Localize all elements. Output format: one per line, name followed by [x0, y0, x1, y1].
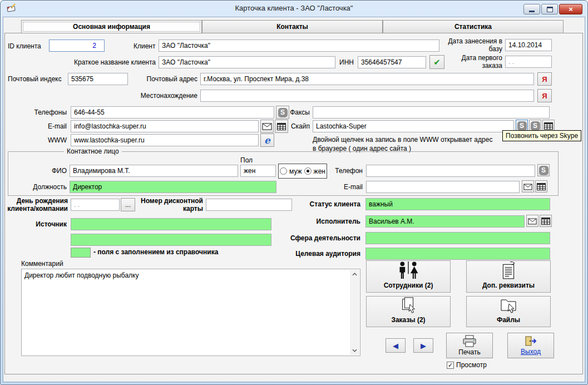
birthday-browse-button[interactable]: ...	[121, 198, 135, 211]
window-title: Карточка клиента - ЗАО "Ласточка"	[0, 4, 588, 12]
www-field[interactable]	[71, 134, 259, 146]
comment-textarea[interactable]: Директор любит подводную рыбалку	[21, 269, 360, 356]
folder-icon	[498, 297, 518, 314]
www-label: WWW	[22, 136, 67, 144]
contact-skype-call-button[interactable]: S	[537, 164, 550, 176]
orders-button-label: Заказы (2)	[391, 316, 425, 324]
location-field[interactable]	[200, 90, 534, 102]
www-hint-line1: Двойной щелчек на запись в поле WWW откр…	[313, 135, 492, 144]
tab-main-info[interactable]: Основная информация	[21, 20, 202, 33]
birthday-field[interactable]	[71, 199, 120, 211]
birthday-label: День рождения клиента/компании	[4, 197, 68, 213]
fax-field[interactable]	[313, 106, 550, 119]
preview-checkbox[interactable]: ✓	[447, 362, 454, 369]
gender-label: Пол	[240, 156, 253, 164]
short-name-label: Краткое название клиента	[50, 58, 156, 66]
files-button-label: Файлы	[497, 316, 520, 324]
exit-door-icon	[524, 335, 537, 347]
comment-text: Директор любит подводную рыбалку	[24, 272, 348, 279]
sphere-field[interactable]	[365, 232, 550, 244]
gender-male-label: муж	[289, 167, 302, 175]
zip-field[interactable]	[68, 73, 128, 85]
next-record-button[interactable]: ▶	[413, 338, 433, 353]
tab-contacts[interactable]: Контакты	[202, 20, 383, 33]
close-button[interactable]: ×	[559, 4, 582, 14]
send-email-button[interactable]	[260, 120, 274, 133]
first-order-field[interactable]	[505, 56, 552, 68]
employees-icon	[396, 261, 421, 280]
contact-phone-label: Телефон	[328, 167, 363, 175]
contact-phone-field[interactable]	[366, 165, 535, 177]
preview-label: Просмотр	[456, 361, 487, 369]
internet-explorer-icon: e	[264, 136, 270, 145]
minimize-button[interactable]	[523, 4, 540, 14]
employees-button[interactable]: Сотрудники (2)	[366, 260, 451, 293]
extra-details-button-label: Доп. реквизиты	[482, 282, 535, 289]
yandex-icon: Я	[542, 92, 547, 100]
audience-label: Целевая аудитория	[277, 250, 360, 258]
minimize-icon	[529, 11, 535, 12]
titlebar[interactable]: Карточка клиента - ЗАО "Ласточка" ×	[0, 0, 588, 17]
phones-field[interactable]	[71, 106, 274, 119]
yandex-map-address-button[interactable]: Я	[537, 72, 552, 86]
gender-radio-group: муж жен	[278, 164, 327, 179]
email-field[interactable]	[71, 120, 259, 132]
fio-field[interactable]	[70, 165, 238, 177]
executor-label: Исполнитель	[294, 218, 360, 225]
table-icon	[541, 218, 550, 225]
contact-email-field[interactable]	[366, 181, 520, 193]
envelope-icon	[523, 183, 532, 190]
date-added-field[interactable]	[505, 39, 552, 51]
employees-button-label: Сотрудники (2)	[384, 282, 433, 289]
location-label: Местонахождение	[131, 92, 197, 100]
green-legend-text: - поля с заполнением из справочника	[93, 248, 218, 256]
scroll-down-icon[interactable]	[350, 346, 359, 355]
executor-list-button[interactable]	[540, 215, 552, 227]
print-button[interactable]: Печать	[446, 333, 493, 358]
gender-text-field[interactable]	[240, 165, 276, 177]
inn-field[interactable]	[358, 56, 426, 68]
gender-female-radio[interactable]	[304, 167, 312, 175]
audience-field[interactable]	[365, 248, 550, 260]
skype-icon: S	[517, 121, 527, 131]
sphere-label: Сфера деятельности	[277, 234, 360, 242]
client-id-field[interactable]	[49, 40, 105, 52]
contact-email-list-button[interactable]	[535, 180, 547, 192]
status-field[interactable]	[365, 198, 550, 210]
table-icon	[537, 183, 546, 190]
address-field[interactable]	[200, 73, 534, 85]
maximize-button[interactable]	[541, 4, 558, 14]
source-field-2[interactable]	[71, 234, 271, 246]
skype-edit-icon: S	[531, 121, 540, 131]
exit-button[interactable]: Выход	[507, 333, 554, 358]
executor-field[interactable]	[365, 215, 525, 228]
skype-tooltip: Позвонить через Skype	[502, 130, 581, 141]
tab-bar: Основная информация Контакты Статистика	[21, 20, 564, 33]
source-field-1[interactable]	[71, 218, 271, 230]
gender-male-radio[interactable]	[280, 167, 287, 175]
files-button[interactable]: Файлы	[466, 296, 551, 327]
short-name-field[interactable]	[159, 56, 335, 68]
open-browser-button[interactable]: e	[260, 134, 274, 147]
prev-record-button[interactable]: ◀	[386, 338, 406, 353]
orders-button[interactable]: Заказы (2)	[366, 296, 451, 327]
source-label: Источник	[21, 220, 67, 228]
scroll-up-icon[interactable]	[350, 270, 359, 279]
executor-email-button[interactable]	[526, 215, 538, 227]
id-label: ID клиента	[8, 42, 41, 50]
position-field[interactable]	[70, 181, 276, 193]
yandex-map-location-button[interactable]: Я	[537, 89, 552, 102]
comment-scrollbar[interactable]	[350, 270, 359, 355]
skype-field[interactable]	[313, 120, 514, 132]
printer-icon	[462, 335, 477, 347]
contact-send-email-button[interactable]	[522, 180, 534, 192]
yandex-icon: Я	[542, 75, 547, 83]
discount-card-label: Номер дисконтной карты	[139, 197, 203, 213]
extra-details-button[interactable]: Доп. реквизиты	[466, 260, 551, 293]
client-label: Клиент	[134, 42, 156, 50]
preview-checkbox-row: ✓ Просмотр	[447, 361, 487, 369]
tab-statistics[interactable]: Статистика	[383, 20, 564, 33]
skype-label: Скайп	[275, 122, 310, 130]
discount-card-field[interactable]	[206, 199, 292, 211]
client-name-field[interactable]	[159, 40, 439, 52]
